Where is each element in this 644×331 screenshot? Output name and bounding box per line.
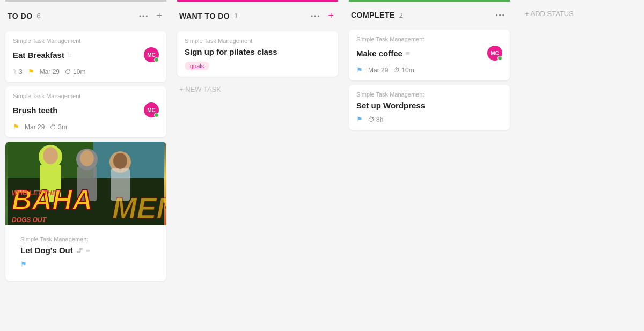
card-brush-teeth[interactable]: Simple Task Management Brush teeth MC ⚑ …	[5, 86, 166, 137]
column-complete-actions	[493, 9, 508, 21]
avatar-online-dot	[154, 113, 159, 117]
flag-meta: ⚑	[28, 68, 34, 76]
card-make-coffee[interactable]: Simple Task Management Make coffee ≡ MC …	[349, 30, 510, 80]
card-workspace: Simple Task Management	[185, 38, 331, 44]
date-text: Mar 29	[25, 123, 45, 131]
card-title-text: Eat Breakfast	[13, 50, 64, 60]
card-meta: ⑊ 3 ⚑ Mar 29 ⏱ 10m	[13, 68, 159, 76]
todo-more-button[interactable]	[137, 10, 151, 22]
column-todo: TO DO 6 + Simple Task Management Eat Bre…	[0, 0, 172, 331]
card-pilates[interactable]: Simple Task Management Sign up for pilat…	[177, 31, 338, 77]
card-title-row: Eat Breakfast ≡ MC	[13, 47, 159, 62]
flag-meta: ⚑	[20, 260, 27, 268]
card-setup-wordpress[interactable]: Simple Task Management Set up Wordpress …	[349, 85, 510, 130]
column-complete-header: COMPLETE 2	[349, 0, 510, 26]
todo-add-button[interactable]: +	[154, 9, 164, 23]
column-todo-title: TO DO	[8, 12, 33, 20]
subtask-icon: ⑊	[13, 68, 17, 76]
card-workspace: Simple Task Management	[13, 93, 159, 99]
card-title: Set up Wordpress	[356, 101, 502, 110]
clock-icon: ⏱	[368, 116, 375, 123]
clip-icon: 🖇	[76, 247, 83, 254]
card-title-row: Brush teeth MC	[13, 102, 159, 117]
flag-meta: ⚑	[356, 115, 363, 123]
card-workspace: Simple Task Management	[13, 38, 159, 44]
card-title: Let Dog's Out 🖇 ≡	[20, 246, 151, 255]
card-title: Make coffee ≡	[356, 49, 409, 58]
column-want-actions: +	[309, 9, 336, 23]
column-todo-count: 6	[37, 12, 41, 20]
three-dots-icon	[495, 10, 506, 20]
avatar-online-dot	[154, 57, 159, 62]
date-meta: Mar 29	[40, 68, 60, 76]
movie-poster-svg: BAHA WHO LET THE DOGS OUT MEN	[5, 142, 166, 225]
flag-icon: ⚑	[20, 260, 27, 268]
card-title-text: Make coffee	[356, 49, 402, 58]
card-meta: ⚑ Mar 29 ⏱ 10m	[356, 66, 502, 74]
flag-meta: ⚑	[356, 66, 363, 74]
card-avatar: MC	[487, 46, 502, 61]
card-meta: ⚑ ⏱ 8h	[356, 115, 502, 123]
three-dots-icon	[311, 11, 321, 21]
lines-icon: ≡	[68, 51, 72, 59]
card-image: BAHA WHO LET THE DOGS OUT MEN	[5, 142, 166, 225]
time-text: 8h	[376, 116, 383, 123]
tag-container: goals	[185, 56, 331, 70]
card-body: Simple Task Management Let Dog's Out 🖇 ≡…	[13, 231, 159, 275]
date-meta: Mar 29	[368, 67, 388, 74]
card-avatar: MC	[144, 47, 159, 62]
kanban-board: TO DO 6 + Simple Task Management Eat Bre…	[0, 0, 644, 331]
flag-meta: ⚑	[13, 123, 19, 131]
want-more-button[interactable]	[309, 10, 323, 22]
clock-icon: ⏱	[393, 67, 400, 74]
column-want-title: WANT TO DO	[179, 12, 230, 20]
column-complete-count: 2	[399, 11, 403, 19]
card-title-text: Set up Wordpress	[356, 101, 425, 110]
new-task-label: + NEW TASK	[179, 85, 221, 93]
complete-more-button[interactable]	[493, 9, 508, 21]
time-meta: ⏱ 10m	[65, 68, 85, 76]
column-todo-actions: +	[137, 9, 164, 23]
date-text: Mar 29	[40, 68, 60, 76]
time-text: 10m	[401, 67, 414, 74]
clock-icon: ⏱	[65, 68, 71, 76]
card-workspace: Simple Task Management	[20, 236, 151, 242]
date-text: Mar 29	[368, 67, 388, 74]
flag-icon: ⚑	[28, 68, 34, 76]
card-meta: ⚑	[20, 260, 151, 268]
flag-icon: ⚑	[356, 66, 363, 74]
card-title-row: Make coffee ≡ MC	[356, 46, 502, 61]
add-status-button[interactable]: + ADD STATUS	[521, 8, 578, 20]
date-meta: Mar 29	[25, 123, 45, 131]
add-status-column: + ADD STATUS	[515, 0, 601, 331]
time-meta: ⏱ 10m	[393, 67, 414, 74]
lines-icon: ≡	[86, 246, 90, 254]
column-want-todo-header: WANT TO DO 1 +	[177, 0, 338, 28]
svg-point-11	[113, 153, 127, 169]
column-want-todo: WANT TO DO 1 + Simple Task Management Si…	[172, 0, 343, 331]
avatar-online-dot	[497, 56, 502, 61]
column-todo-header: TO DO 6 +	[5, 0, 166, 28]
svg-text:DOGS OUT: DOGS OUT	[12, 216, 47, 224]
card-title-text: Sign up for pilates class	[185, 47, 277, 56]
card-meta: ⚑ Mar 29 ⏱ 3m	[13, 123, 159, 131]
time-meta: ⏱ 8h	[368, 116, 383, 123]
card-eat-breakfast[interactable]: Simple Task Management Eat Breakfast ≡ M…	[5, 31, 166, 82]
column-complete: COMPLETE 2 Simple Task Management Make c…	[343, 0, 515, 331]
column-complete-title: COMPLETE	[351, 11, 395, 19]
column-want-count: 1	[234, 12, 238, 20]
three-dots-icon	[139, 11, 149, 21]
new-task-button[interactable]: + NEW TASK	[177, 81, 338, 98]
flag-icon: ⚑	[13, 123, 19, 131]
card-title: Brush teeth	[13, 106, 57, 115]
card-avatar: MC	[144, 102, 159, 117]
clock-icon: ⏱	[50, 123, 56, 131]
card-let-dogs-out[interactable]: BAHA WHO LET THE DOGS OUT MEN Simple Tas…	[5, 142, 166, 281]
add-status-label: + ADD STATUS	[525, 10, 574, 18]
card-title-text: Brush teeth	[13, 106, 57, 115]
lines-icon: ≡	[406, 49, 410, 57]
want-add-button[interactable]: +	[326, 9, 336, 23]
subtask-count: 3	[19, 68, 23, 76]
card-title: Eat Breakfast ≡	[13, 50, 71, 60]
svg-text:MEN: MEN	[112, 192, 166, 225]
